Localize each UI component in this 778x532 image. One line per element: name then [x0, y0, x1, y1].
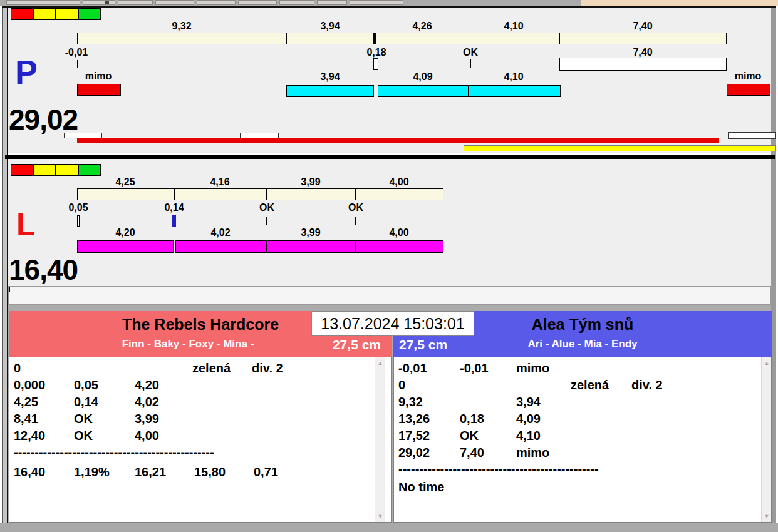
- scrollbar-left-panel[interactable]: ▲ ▼: [375, 357, 385, 522]
- toolbar-button[interactable]: [197, 0, 236, 5]
- result-cell: 4,10: [516, 429, 541, 442]
- scroll-up-icon[interactable]: ▲: [762, 360, 772, 366]
- result-cell: 4,09: [516, 412, 541, 425]
- scrollbar-right-panel[interactable]: ▲ ▼: [761, 357, 771, 522]
- timeline-tick: [9, 287, 10, 292]
- change-mark-label: OK: [463, 48, 478, 58]
- bar-divider: [355, 188, 356, 200]
- result-cell: 4,00: [135, 429, 159, 442]
- plan-split-label: 7,40: [633, 21, 652, 31]
- timeline-progress-yellow: [464, 145, 776, 151]
- out-label: mimo: [735, 71, 762, 81]
- result-cell: 17,52: [398, 429, 430, 442]
- plan-split-label: 3,94: [320, 21, 340, 31]
- scroll-up-icon[interactable]: ▲: [375, 360, 385, 366]
- plan-splits-bar: [77, 188, 443, 200]
- result-total-cell: 16,40: [14, 466, 45, 478]
- team-left-name: The Rebels Hardcore: [122, 317, 279, 332]
- plan-split-label: 3,99: [301, 177, 320, 187]
- team-right-height-class: 27,5 cm: [399, 338, 447, 351]
- result-cell: div. 2: [631, 379, 663, 391]
- status-light-red: [11, 8, 33, 20]
- toolbar-button[interactable]: [118, 0, 153, 5]
- toolbar-button[interactable]: [279, 0, 314, 5]
- change-marker-blue: [172, 215, 176, 227]
- separator-line: ----------------------------------------…: [14, 446, 214, 458]
- timeline-progress-red: [77, 138, 719, 143]
- lane-l-total-time: 16,40: [9, 255, 78, 284]
- bar-divider: [266, 188, 267, 200]
- run-split-bar: [355, 240, 443, 253]
- timing-scoreboard-window: 9,32 3,94 4,26 4,10 7,40 -0,01 0,18 OK 7…: [0, 0, 778, 532]
- toolbar-button[interactable]: [238, 0, 277, 5]
- result-cell: 13,26: [398, 412, 430, 425]
- result-total-cell: 15,80: [194, 466, 226, 478]
- change-mark-label: 0,05: [68, 203, 88, 213]
- status-light-yellow2: [56, 8, 78, 20]
- bar-divider: [373, 33, 376, 44]
- scroll-down-icon[interactable]: ▼: [762, 513, 772, 519]
- result-total-cell: 1,19%: [74, 466, 110, 478]
- result-cell: -0,01: [398, 362, 427, 374]
- toolbar-button[interactable]: [6, 0, 80, 5]
- result-cell: 4,02: [135, 396, 159, 408]
- run-split-label: 4,10: [504, 72, 523, 82]
- result-cell: mimo: [516, 446, 549, 459]
- result-cell: 3,94: [516, 396, 541, 408]
- team-left-height-class: 27,5 cm: [333, 338, 381, 351]
- bar-divider: [286, 33, 287, 44]
- bar-divider: [559, 33, 560, 44]
- run-split-bar: [286, 85, 374, 97]
- run-split-bar: [266, 240, 355, 253]
- result-cell: 0: [14, 362, 21, 374]
- bar-divider: [174, 188, 175, 200]
- result-cell: 9,32: [398, 396, 423, 408]
- datetime-display: 13.07.2024 15:03:01: [311, 311, 474, 336]
- result-total-cell: 0,71: [254, 466, 278, 478]
- toolbar-glyph: [105, 1, 109, 4]
- run-split-bar: [469, 85, 561, 97]
- change-marker: [77, 215, 80, 227]
- result-cell: -0,01: [460, 362, 489, 374]
- plan-split-label: 9,32: [172, 21, 191, 31]
- run-split-bar: [77, 240, 174, 253]
- out-label: mimo: [85, 71, 112, 81]
- bar-divider: [469, 33, 469, 44]
- run-split-label: 3,94: [320, 72, 340, 82]
- lane-p-total-time: 29,02: [9, 105, 78, 134]
- separator-line: ----------------------------------------…: [398, 463, 599, 475]
- result-cell: 4,25: [14, 396, 38, 408]
- team-right-name: Alea Tým snů: [532, 317, 634, 332]
- plan-splits-bar: [77, 33, 727, 44]
- change-tick: [77, 60, 78, 68]
- change-tick: [470, 59, 471, 68]
- toolbar-button[interactable]: [317, 0, 347, 5]
- result-total-cell: 16,21: [135, 466, 166, 478]
- result-cell: 0,14: [74, 396, 98, 408]
- lane-divider: [5, 155, 775, 159]
- result-cell: 29,02: [398, 446, 430, 459]
- change-mark-label: OK: [348, 203, 363, 213]
- result-cell: zelená: [192, 362, 231, 374]
- plan-split-label: 4,26: [412, 21, 432, 31]
- toolbar-button[interactable]: [83, 0, 115, 5]
- status-light-red: [11, 164, 33, 176]
- timeline-marker: [728, 132, 776, 139]
- result-cell: 3,99: [135, 412, 159, 425]
- result-cell: 8,41: [14, 412, 38, 425]
- change-mark-label: 0,14: [164, 203, 184, 213]
- result-cell: div. 2: [252, 362, 283, 374]
- result-cell: OK: [74, 412, 93, 425]
- run-split-label: 4,20: [115, 228, 135, 238]
- result-cell: OK: [74, 429, 93, 442]
- timeline-empty-strip: [8, 286, 771, 305]
- scroll-down-icon[interactable]: ▼: [375, 513, 385, 519]
- result-cell: 0: [398, 379, 405, 391]
- team-left-results-panel[interactable]: [9, 357, 392, 523]
- result-cell: mimo: [516, 362, 549, 374]
- toolbar-button[interactable]: [350, 0, 403, 5]
- lane-p-letter: P: [15, 55, 38, 89]
- toolbar-button[interactable]: [155, 0, 194, 5]
- change-mark-label: OK: [259, 203, 274, 213]
- status-light-yellow2: [56, 164, 78, 176]
